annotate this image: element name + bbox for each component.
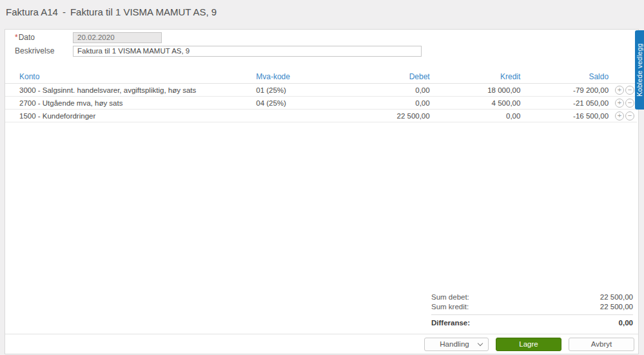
invoice-journal-panel: *Dato Beskrivelse Konto Mva-kode Debet K… <box>5 29 639 354</box>
add-row-button[interactable]: + <box>615 86 624 95</box>
cell-kredit: 18 000,00 <box>430 86 521 94</box>
cell-saldo: -16 500,00 <box>520 112 609 120</box>
row-actions: + − <box>609 86 637 95</box>
row-actions: + − <box>609 111 637 120</box>
column-header-konto[interactable]: Konto <box>19 72 256 81</box>
save-button[interactable]: Lagre <box>496 338 561 351</box>
description-label: Beskrivelse <box>15 46 73 55</box>
cell-debet: 22 500,00 <box>333 112 430 120</box>
cell-debet: 0,00 <box>333 99 430 107</box>
cell-kredit: 0,00 <box>430 112 521 120</box>
handling-dropdown-button[interactable]: Handling <box>424 338 489 351</box>
title-dash: - <box>63 6 66 17</box>
sum-debet-label: Sum debet: <box>431 293 469 302</box>
table-row: 3000 - Salgsinnt. handelsvarer, avgiftsp… <box>5 84 637 97</box>
journal-lines-table: Konto Mva-kode Debet Kredit Saldo 3000 -… <box>5 70 637 122</box>
table-row: 2700 - Utgående mva, høy sats 04 (25%) 0… <box>5 97 637 110</box>
remove-row-button[interactable]: − <box>625 99 634 108</box>
differanse-row: Differanse: 0,00 <box>431 318 633 328</box>
cell-saldo: -21 050,00 <box>520 99 609 107</box>
totals-summary: Sum debet: 22 500,00 Sum kredit: 22 500,… <box>431 293 633 328</box>
description-input[interactable] <box>73 46 422 57</box>
sum-kredit-label: Sum kredit: <box>431 302 469 312</box>
remove-row-button[interactable]: − <box>625 86 634 95</box>
differanse-label: Differanse: <box>431 318 470 328</box>
cell-konto: 1500 - Kundefordringer <box>19 112 256 120</box>
action-footer: Handling Lagre Avbryt <box>5 334 638 354</box>
remove-row-button[interactable]: − <box>625 111 634 120</box>
sum-debet-value: 22 500,00 <box>600 293 633 302</box>
sum-debet-row: Sum debet: 22 500,00 <box>431 293 633 302</box>
cell-saldo: -79 200,00 <box>520 86 609 94</box>
cancel-button[interactable]: Avbryt <box>569 338 634 351</box>
voucher-description-title: Faktura til 1 VISMA MAMUT AS, 9 <box>70 6 217 17</box>
column-header-saldo[interactable]: Saldo <box>520 72 609 81</box>
add-row-button[interactable]: + <box>615 111 624 120</box>
sum-kredit-value: 22 500,00 <box>600 302 633 312</box>
totals-divider <box>431 314 633 315</box>
table-row: 1500 - Kundefordringer 22 500,00 0,00 -1… <box>5 110 637 122</box>
column-header-debet[interactable]: Debet <box>333 72 430 81</box>
cell-konto: 2700 - Utgående mva, høy sats <box>19 99 256 107</box>
page-title: Faktura A14-Faktura til 1 VISMA MAMUT AS… <box>0 0 644 29</box>
linked-attachments-tab-label: Koblede vedlegg <box>636 43 643 97</box>
differanse-value: 0,00 <box>619 318 633 328</box>
cell-mva: 01 (25%) <box>256 86 333 94</box>
date-input[interactable] <box>73 32 162 43</box>
column-header-mva[interactable]: Mva-kode <box>256 72 333 81</box>
date-form-row: *Dato <box>15 32 629 43</box>
cell-konto: 3000 - Salgsinnt. handelsvarer, avgiftsp… <box>19 86 256 94</box>
table-header-row: Konto Mva-kode Debet Kredit Saldo <box>5 70 637 84</box>
cell-mva: 04 (25%) <box>256 99 333 107</box>
voucher-code: Faktura A14 <box>6 6 58 17</box>
date-label: *Dato <box>15 33 73 42</box>
description-form-row: Beskrivelse <box>15 45 629 57</box>
row-actions: + − <box>609 99 637 108</box>
linked-attachments-tab[interactable]: Koblede vedlegg <box>635 30 644 110</box>
add-row-button[interactable]: + <box>615 99 624 108</box>
sum-kredit-row: Sum kredit: 22 500,00 <box>431 302 633 312</box>
chevron-down-icon <box>478 340 483 345</box>
column-header-kredit[interactable]: Kredit <box>430 72 521 81</box>
cell-kredit: 4 500,00 <box>430 99 521 107</box>
required-marker: * <box>15 33 18 42</box>
cell-debet: 0,00 <box>333 86 430 94</box>
